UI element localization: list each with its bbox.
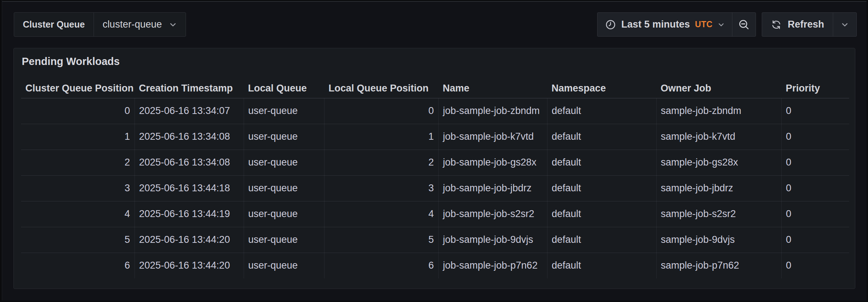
refresh-interval-dropdown[interactable]	[833, 13, 856, 36]
cell-name: job-sample-job-p7n62	[438, 253, 547, 278]
cell-cluster-queue-position: 6	[21, 253, 135, 278]
cell-namespace: default	[547, 201, 656, 227]
cell-local-queue: user-queue	[244, 227, 324, 253]
refresh-label: Refresh	[788, 19, 824, 30]
pending-workloads-panel: Pending Workloads Cluster Queue Position…	[13, 48, 855, 289]
table-row: 52025-06-16 13:44:20user-queue5job-sampl…	[21, 227, 849, 253]
cell-local-queue-position: 2	[324, 150, 438, 175]
column-header-name[interactable]: Name	[438, 79, 547, 98]
cell-local-queue: user-queue	[244, 253, 324, 278]
cell-creation-timestamp: 2025-06-16 13:44:19	[135, 201, 244, 227]
cell-namespace: default	[547, 175, 656, 201]
cell-priority: 0	[781, 124, 849, 150]
panel-title: Pending Workloads	[14, 48, 855, 68]
cell-name: job-sample-job-zbndm	[438, 98, 547, 124]
cell-priority: 0	[781, 98, 849, 124]
cell-namespace: default	[547, 253, 656, 278]
cell-cluster-queue-position: 5	[21, 227, 135, 253]
column-header-creation-timestamp[interactable]: Creation Timestamp	[135, 79, 244, 98]
column-header-priority[interactable]: Priority	[781, 79, 849, 98]
zoom-out-time-button[interactable]	[732, 13, 756, 36]
cell-local-queue-position: 5	[324, 227, 438, 253]
cell-cluster-queue-position: 3	[21, 175, 135, 201]
table-container: Cluster Queue Position Creation Timestam…	[21, 79, 849, 278]
table-header-row: Cluster Queue Position Creation Timestam…	[21, 79, 849, 98]
variable-label: Cluster Queue	[14, 13, 94, 36]
time-controls-group: Last 5 minutes UTC	[597, 12, 756, 37]
cell-name: job-sample-job-s2sr2	[438, 201, 547, 227]
cell-local-queue-position: 0	[324, 98, 438, 124]
cell-local-queue-position: 6	[324, 253, 438, 278]
cell-owner-job: sample-job-k7vtd	[656, 124, 781, 150]
cell-owner-job: sample-job-s2sr2	[656, 201, 781, 227]
cell-namespace: default	[547, 124, 656, 150]
timezone-label: UTC	[695, 20, 713, 29]
cell-local-queue: user-queue	[244, 98, 324, 124]
chevron-down-icon	[841, 21, 849, 29]
cell-creation-timestamp: 2025-06-16 13:34:07	[135, 98, 244, 124]
cell-priority: 0	[781, 201, 849, 227]
table-row: 02025-06-16 13:34:07user-queue0job-sampl…	[21, 98, 849, 124]
pending-workloads-table: Cluster Queue Position Creation Timestam…	[21, 79, 849, 278]
cell-name: job-sample-job-gs28x	[438, 150, 547, 175]
column-header-local-queue-position[interactable]: Local Queue Position	[324, 79, 438, 98]
time-range-label: Last 5 minutes	[621, 19, 690, 30]
column-header-owner-job[interactable]: Owner Job	[656, 79, 781, 98]
cell-priority: 0	[781, 253, 849, 278]
frame-edge-right	[867, 0, 868, 302]
chevron-down-icon	[718, 21, 725, 28]
cell-owner-job: sample-job-p7n62	[656, 253, 781, 278]
cell-owner-job: sample-job-zbndm	[656, 98, 781, 124]
refresh-button[interactable]: Refresh	[762, 13, 833, 36]
refresh-icon	[771, 19, 782, 30]
cell-local-queue: user-queue	[244, 150, 324, 175]
time-range-picker-button[interactable]: Last 5 minutes UTC	[598, 13, 732, 36]
cell-creation-timestamp: 2025-06-16 13:44:20	[135, 253, 244, 278]
cell-owner-job: sample-job-9dvjs	[656, 227, 781, 253]
cell-local-queue: user-queue	[244, 175, 324, 201]
cell-name: job-sample-job-k7vtd	[438, 124, 547, 150]
cell-creation-timestamp: 2025-06-16 13:34:08	[135, 150, 244, 175]
cell-priority: 0	[781, 150, 849, 175]
frame-edge-bottom	[0, 301, 868, 302]
table-row: 22025-06-16 13:34:08user-queue2job-sampl…	[21, 150, 849, 175]
cell-creation-timestamp: 2025-06-16 13:34:08	[135, 124, 244, 150]
table-row: 62025-06-16 13:44:20user-queue6job-sampl…	[21, 253, 849, 278]
cell-local-queue-position: 4	[324, 201, 438, 227]
column-header-namespace[interactable]: Namespace	[547, 79, 656, 98]
frame-edge-top	[0, 0, 868, 2]
cell-local-queue: user-queue	[244, 201, 324, 227]
cell-cluster-queue-position: 0	[21, 98, 135, 124]
cell-cluster-queue-position: 4	[21, 201, 135, 227]
cell-name: job-sample-job-9dvjs	[438, 227, 547, 253]
column-header-local-queue[interactable]: Local Queue	[244, 79, 324, 98]
cell-creation-timestamp: 2025-06-16 13:44:20	[135, 227, 244, 253]
table-row: 42025-06-16 13:44:19user-queue4job-sampl…	[21, 201, 849, 227]
table-row: 32025-06-16 13:44:18user-queue3job-sampl…	[21, 175, 849, 201]
dashboard-toolbar-right: Last 5 minutes UTC Refresh	[597, 12, 857, 37]
cell-name: job-sample-job-jbdrz	[438, 175, 547, 201]
cell-cluster-queue-position: 1	[21, 124, 135, 150]
cell-priority: 0	[781, 175, 849, 201]
variable-selected-value: cluster-queue	[103, 19, 162, 30]
cell-owner-job: sample-job-gs28x	[656, 150, 781, 175]
cell-local-queue-position: 3	[324, 175, 438, 201]
variable-value-dropdown[interactable]: cluster-queue	[94, 13, 186, 36]
refresh-controls-group: Refresh	[762, 12, 857, 37]
cell-namespace: default	[547, 98, 656, 124]
cell-namespace: default	[547, 227, 656, 253]
clock-icon	[605, 19, 616, 30]
cell-priority: 0	[781, 227, 849, 253]
table-body: 02025-06-16 13:34:07user-queue0job-sampl…	[21, 98, 849, 278]
cell-local-queue: user-queue	[244, 124, 324, 150]
zoom-out-icon	[738, 19, 750, 31]
column-header-cluster-queue-position[interactable]: Cluster Queue Position	[21, 79, 135, 98]
cell-namespace: default	[547, 150, 656, 175]
cell-local-queue-position: 1	[324, 124, 438, 150]
variable-cluster-queue: Cluster Queue cluster-queue	[14, 12, 186, 37]
cell-owner-job: sample-job-jbdrz	[656, 175, 781, 201]
frame-edge-left	[0, 0, 2, 302]
cell-cluster-queue-position: 2	[21, 150, 135, 175]
cell-creation-timestamp: 2025-06-16 13:44:18	[135, 175, 244, 201]
chevron-down-icon	[169, 21, 177, 29]
